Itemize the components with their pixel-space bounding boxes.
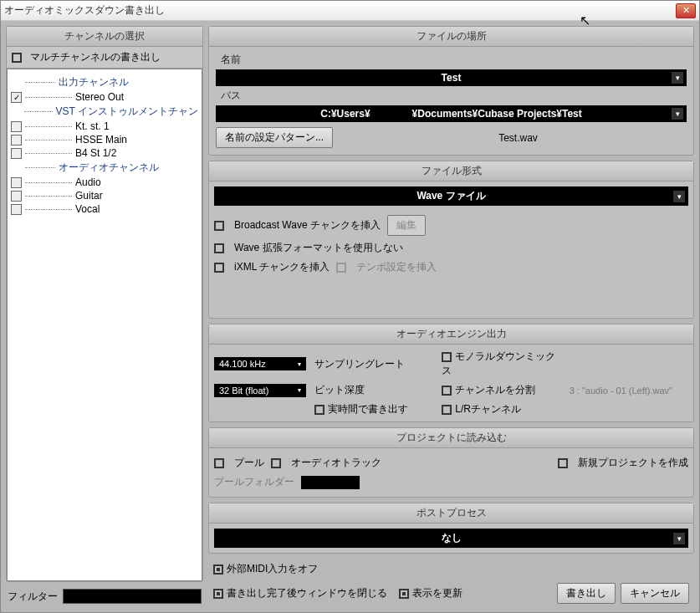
- no-wave-ext-label: Wave 拡張フォーマットを使用しない: [234, 241, 403, 255]
- right-panel: ファイルの場所 名前 Test ▾ パス C:¥Users¥¥Documents…: [208, 26, 694, 607]
- multichannel-row: マルチチャンネルの書き出し: [7, 47, 202, 69]
- broadcast-wave-checkbox[interactable]: [214, 221, 224, 231]
- file-location-header: ファイルの場所: [209, 27, 693, 47]
- tree-item[interactable]: Audio: [11, 176, 198, 189]
- audio-engine-section: オーディオエンジン出力 44.100 kHz▾ サンプリングレート モノラルダウ…: [208, 324, 694, 422]
- path-label: パス: [216, 86, 687, 105]
- redacted-text: [370, 109, 412, 120]
- export-button[interactable]: 書き出し: [557, 583, 616, 604]
- audiotrack-checkbox[interactable]: [271, 458, 281, 468]
- split-filename[interactable]: 3 : "audio - 01 (Left).wav": [570, 386, 688, 396]
- edit-button[interactable]: 編集: [387, 215, 426, 236]
- newproject-checkbox[interactable]: [558, 458, 568, 468]
- checkbox[interactable]: [11, 191, 22, 202]
- tree-item[interactable]: Vocal: [11, 202, 198, 216]
- window-title: オーディオミックスダウン書き出し: [4, 3, 676, 18]
- post-process-header: ポストプロセス: [209, 503, 693, 524]
- path-field[interactable]: C:¥Users¥¥Documents¥Cubase Projects¥Test…: [216, 105, 687, 122]
- filter-input[interactable]: [63, 589, 202, 604]
- checkbox[interactable]: [11, 92, 22, 103]
- checkbox[interactable]: [11, 148, 22, 159]
- output-filename: Test.wav: [350, 132, 687, 144]
- channel-select-panel: チャンネルの選択 マルチチャンネルの書き出し 出力チャンネル Stereo Ou…: [6, 26, 203, 607]
- cancel-button[interactable]: キャンセル: [621, 583, 689, 604]
- bitdepth-label: ビット深度: [314, 383, 433, 397]
- tree-group-vst: VST インストゥルメントチャン: [11, 104, 198, 120]
- mixdown-export-window: オーディオミックスダウン書き出し ✕ ↖ チャンネルの選択 マルチチャンネルの書…: [0, 0, 700, 613]
- tree-item[interactable]: Kt. st. 1: [11, 120, 198, 133]
- no-wave-ext-checkbox[interactable]: [214, 243, 224, 253]
- naming-pattern-button[interactable]: 名前の設定パターン...: [216, 127, 333, 148]
- name-field[interactable]: Test ▾: [216, 69, 687, 86]
- realtime-checkbox[interactable]: [314, 405, 324, 415]
- post-process-section: ポストプロセス なし ▾: [208, 503, 694, 554]
- ixml-checkbox[interactable]: [214, 263, 224, 273]
- chevron-down-icon[interactable]: ▾: [673, 533, 685, 544]
- tree-group-output: 出力チャンネル: [11, 74, 198, 90]
- pool-folder-label: プールフォルダー: [214, 475, 294, 489]
- close-after-checkbox[interactable]: [213, 589, 223, 599]
- tree-item[interactable]: Guitar: [11, 189, 198, 202]
- tree-item[interactable]: HSSE Main: [11, 133, 198, 146]
- path-value: C:¥Users¥¥Documents¥Cubase Projects¥Test: [221, 108, 682, 120]
- import-project-section: プロジェクトに読み込む プール オーディオトラック 新規プロジェクトを作成 プー…: [208, 427, 694, 498]
- channel-select-section: チャンネルの選択 マルチチャンネルの書き出し 出力チャンネル Stereo Ou…: [6, 26, 203, 582]
- ixml-label: iXML チャンクを挿入: [234, 260, 330, 274]
- checkbox[interactable]: [11, 177, 22, 188]
- samplerate-label: サンプリングレート: [314, 357, 433, 371]
- dialog-body: チャンネルの選択 マルチチャンネルの書き出し 出力チャンネル Stereo Ou…: [1, 21, 699, 612]
- bottom-options: 外部MIDI入力をオフ 書き出し完了後ウィンドウを閉じる 表示を更新 書き出し …: [208, 559, 694, 607]
- channel-select-header: チャンネルの選択: [7, 27, 202, 47]
- tree-item[interactable]: B4 St 1/2: [11, 146, 198, 160]
- name-label: 名前: [216, 50, 687, 69]
- split-channels-checkbox[interactable]: [442, 386, 452, 396]
- chevron-down-icon[interactable]: ▾: [672, 72, 683, 84]
- multichannel-checkbox[interactable]: [12, 53, 22, 63]
- tree-group-audio: オーディオチャンネル: [11, 160, 198, 176]
- checkbox[interactable]: [11, 121, 22, 132]
- pool-checkbox[interactable]: [214, 458, 224, 468]
- file-format-header: ファイル形式: [209, 161, 693, 181]
- filter-label: フィルター: [8, 590, 58, 604]
- checkbox[interactable]: [11, 135, 22, 146]
- chevron-down-icon: ▾: [298, 360, 301, 368]
- format-select[interactable]: Wave ファイル ▾: [214, 186, 688, 206]
- broadcast-wave-label: Broadcast Wave チャンクを挿入: [234, 218, 381, 232]
- chevron-down-icon: ▾: [298, 386, 301, 394]
- close-icon[interactable]: ✕: [676, 3, 696, 18]
- midi-off-checkbox[interactable]: [213, 564, 223, 575]
- chevron-down-icon[interactable]: ▾: [672, 108, 683, 120]
- pool-folder-input[interactable]: [301, 476, 360, 489]
- lr-channel-checkbox[interactable]: [442, 405, 452, 415]
- bitdepth-select[interactable]: 32 Bit (float)▾: [214, 384, 306, 397]
- tree-item-stereo-out[interactable]: Stereo Out: [11, 90, 198, 104]
- post-process-select[interactable]: なし ▾: [214, 529, 688, 548]
- refresh-checkbox[interactable]: [399, 589, 409, 599]
- audio-engine-header: オーディオエンジン出力: [209, 324, 693, 345]
- file-location-section: ファイルの場所 名前 Test ▾ パス C:¥Users¥¥Documents…: [208, 26, 694, 156]
- mono-checkbox[interactable]: [442, 352, 452, 362]
- file-format-section: ファイル形式 Wave ファイル ▾ Broadcast Wave チャンクを挿…: [208, 161, 694, 319]
- filter-row: フィルター: [6, 585, 203, 607]
- chevron-down-icon[interactable]: ▾: [673, 191, 685, 202]
- tempo-checkbox: [336, 263, 346, 273]
- checkbox[interactable]: [11, 204, 22, 215]
- multichannel-label: マルチチャンネルの書き出し: [30, 50, 161, 64]
- samplerate-select[interactable]: 44.100 kHz▾: [214, 357, 306, 370]
- channel-tree[interactable]: 出力チャンネル Stereo Out VST インストゥルメントチャン Kt. …: [7, 69, 202, 581]
- import-project-header: プロジェクトに読み込む: [209, 428, 693, 448]
- tempo-label: テンポ設定を挿入: [356, 260, 437, 274]
- titlebar: オーディオミックスダウン書き出し ✕: [1, 1, 699, 21]
